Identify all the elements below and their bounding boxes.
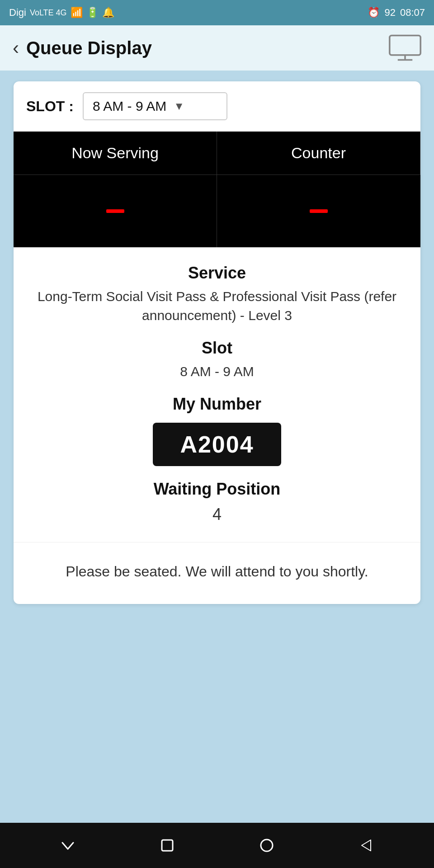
my-number-label: My Number	[32, 395, 402, 414]
counter-value-cell	[217, 175, 420, 247]
nav-home-button[interactable]	[154, 832, 181, 859]
counter-header: Counter	[217, 132, 420, 175]
now-serving-value-cell	[14, 175, 217, 247]
status-right: ⏰ 92 08:07	[368, 7, 425, 19]
time-display: 08:07	[400, 7, 425, 19]
info-section: Service Long-Term Social Visit Pass & Pr…	[14, 247, 420, 542]
alarm-icon: ⏰	[368, 7, 380, 19]
slot-info-value: 8 AM - 9 AM	[32, 362, 402, 381]
circle-icon	[259, 837, 275, 854]
network-text: VoLTE 4G	[30, 8, 67, 18]
slot-dropdown[interactable]: 8 AM - 9 AM ▼	[83, 92, 227, 120]
nav-back-button[interactable]	[54, 832, 81, 859]
signal-icon: 📶	[71, 7, 83, 19]
main-card: SLOT : 8 AM - 9 AM ▼ Now Serving Counter…	[14, 81, 420, 604]
queue-table: Now Serving Counter	[14, 132, 420, 247]
triangle-left-icon	[358, 837, 374, 854]
waiting-position-label: Waiting Position	[32, 480, 402, 499]
svg-rect-0	[390, 36, 420, 55]
slot-info-label: Slot	[32, 339, 402, 358]
nav-menu-button[interactable]	[353, 832, 380, 859]
slot-section: SLOT : 8 AM - 9 AM ▼	[14, 81, 420, 132]
footer-message: Please be seated. We will attend to you …	[14, 542, 420, 604]
service-value: Long-Term Social Visit Pass & Profession…	[32, 287, 402, 325]
monitor-icon	[389, 34, 421, 61]
app-bar: ‹ Queue Display	[0, 25, 434, 71]
back-button[interactable]: ‹	[13, 38, 19, 57]
notification-icon: 🔔	[102, 7, 114, 19]
service-label: Service	[32, 264, 402, 283]
svg-marker-5	[362, 840, 371, 851]
dropdown-arrow-icon: ▼	[174, 100, 184, 113]
battery-icon: 🔋	[86, 7, 99, 19]
square-icon	[159, 837, 175, 854]
now-serving-dash	[106, 209, 124, 213]
waiting-position-value: 4	[32, 503, 402, 526]
svg-rect-3	[162, 840, 173, 851]
svg-point-4	[261, 840, 273, 851]
page-title: Queue Display	[26, 38, 152, 58]
counter-dash	[310, 209, 328, 213]
bottom-nav	[0, 823, 434, 868]
status-bar: Digi VoLTE 4G 📶 🔋 🔔 ⏰ 92 08:07	[0, 0, 434, 25]
app-bar-left: ‹ Queue Display	[13, 38, 152, 58]
now-serving-header: Now Serving	[14, 132, 217, 175]
chevron-down-icon	[60, 837, 76, 854]
nav-recent-button[interactable]	[253, 832, 280, 859]
main-content: SLOT : 8 AM - 9 AM ▼ Now Serving Counter…	[0, 71, 434, 823]
my-number-value: A2004	[153, 423, 281, 466]
slot-label: SLOT :	[26, 98, 74, 115]
status-left: Digi VoLTE 4G 📶 🔋 🔔	[9, 7, 114, 19]
battery-level: 92	[384, 7, 395, 19]
slot-selected-value: 8 AM - 9 AM	[93, 99, 166, 114]
carrier-text: Digi	[9, 7, 26, 19]
